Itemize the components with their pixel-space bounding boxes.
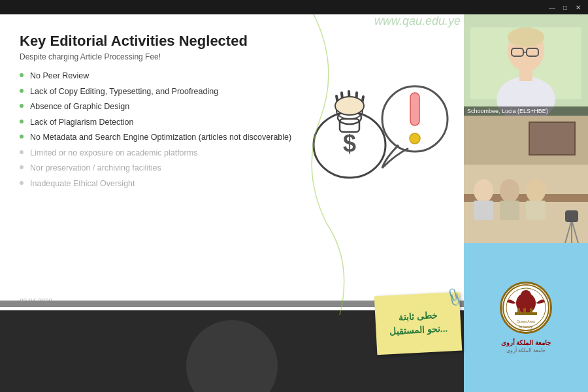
bullet-dot-3: [20, 104, 24, 108]
svg-rect-22: [519, 68, 532, 81]
slide-illustration: $: [294, 41, 451, 184]
svg-point-13: [410, 133, 420, 144]
bullet-dot-7: [20, 165, 24, 169]
bullet-text-1: No Peer Review: [30, 71, 89, 82]
bullet-text-2: Lack of Copy Editing, Typesetting, and P…: [30, 86, 218, 98]
svg-point-28: [474, 179, 493, 203]
university-logo-circle: Quean Arwa University: [500, 282, 552, 334]
right-panel: Schoombee, Lucia (ELS+HBE): [464, 0, 588, 392]
bullet-text-6: Limited or no exposure on academic platf…: [30, 148, 197, 159]
svg-point-17: [508, 27, 544, 47]
svg-text:$: $: [343, 130, 356, 157]
webcam-top-content: [464, 14, 588, 116]
slide-wrapper: Key Editorial Activities Neglected Despi…: [0, 14, 464, 301]
svg-rect-31: [500, 201, 519, 220]
bottom-circle: [186, 320, 278, 392]
main-slide: Key Editorial Activities Neglected Despi…: [0, 14, 464, 315]
sticky-line-2: نحو المستقبل...: [389, 322, 448, 339]
window-titlebar: — □ ✕: [0, 0, 588, 14]
sticky-note: 📎 خطى ثابتة نحو المستقبل...: [374, 292, 463, 355]
svg-point-41: [521, 290, 531, 301]
bullet-text-8: Inadequate Ethical Oversight: [30, 178, 135, 190]
bullet-text-7: Nor preservation / archiving facilities: [30, 163, 161, 174]
bullet-dot-5: [20, 135, 24, 139]
university-logo-area: Quean Arwa University جامعة الملكة أروى …: [464, 243, 588, 392]
svg-point-10: [335, 97, 364, 115]
svg-rect-12: [410, 93, 419, 125]
svg-text:University: University: [519, 325, 533, 329]
close-button[interactable]: ✕: [574, 3, 583, 12]
webcam-top: Schoombee, Lucia (ELS+HBE): [464, 14, 588, 116]
bullet-dot-8: [20, 181, 24, 185]
minimize-button[interactable]: —: [547, 3, 557, 12]
bullet-dot-1: [20, 73, 24, 77]
university-name: جامعة الملكة أروى: [501, 339, 551, 346]
bullet-dot-6: [20, 150, 24, 154]
svg-text:Quean Arwa: Quean Arwa: [517, 319, 535, 323]
bullet-text-3: Absence of Graphic Design: [30, 101, 129, 113]
university-tagline: جامعة الملكة أروى: [506, 348, 545, 353]
bullet-dot-4: [20, 120, 24, 123]
svg-rect-37: [565, 210, 578, 222]
svg-rect-26: [529, 122, 575, 155]
svg-rect-45: [530, 308, 532, 314]
bullet-dot-2: [20, 89, 24, 93]
svg-rect-44: [523, 308, 526, 314]
maximize-button[interactable]: □: [561, 3, 570, 12]
slide-content: Key Editorial Activities Neglected Despi…: [0, 14, 464, 315]
svg-point-32: [526, 179, 546, 203]
sticky-note-text: خطى ثابتة نحو المستقبل...: [388, 308, 448, 339]
svg-rect-29: [474, 201, 493, 220]
bullet-text-4: Lack of Plagiarism Detection: [30, 117, 133, 129]
bullet-text-5: No Metadata and Search Engine Optimizati…: [30, 132, 291, 144]
webcam-top-label: Schoombee, Lucia (ELS+HBE): [464, 106, 588, 116]
svg-point-30: [500, 179, 519, 203]
webcam-bottom-content: [464, 116, 588, 243]
svg-rect-33: [526, 201, 546, 220]
webcam-bottom: [464, 116, 588, 243]
svg-rect-43: [517, 308, 520, 314]
